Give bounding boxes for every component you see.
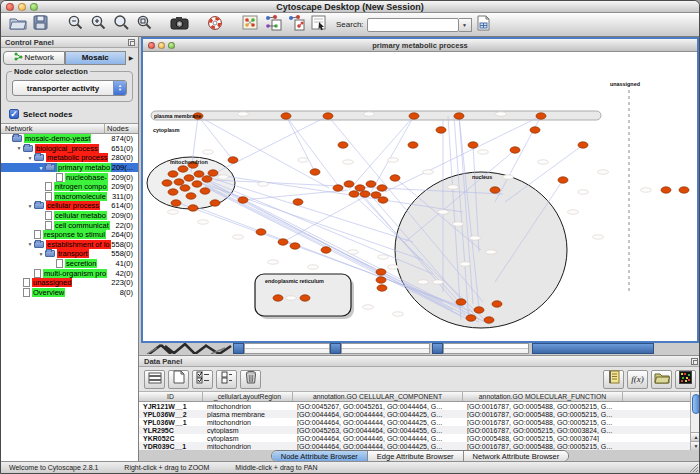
- tree-row[interactable]: nucleobase-209(0): [1, 172, 138, 182]
- copy-layout-button[interactable]: [261, 14, 284, 35]
- network-node[interactable]: [454, 113, 464, 119]
- network-node[interactable]: [188, 205, 198, 211]
- network-node[interactable]: [661, 187, 671, 193]
- network-window-titlebar[interactable]: primary metabolic process: [143, 39, 697, 52]
- search-input[interactable]: [367, 18, 459, 32]
- network-node[interactable]: [484, 317, 494, 323]
- column-header[interactable]: ID: [139, 392, 203, 401]
- network-node[interactable]: [390, 175, 400, 181]
- background-window-edge[interactable]: [432, 343, 443, 354]
- float-panel-icon[interactable]: [691, 358, 698, 365]
- network-node[interactable]: [536, 113, 546, 119]
- close-icon[interactable]: [6, 3, 14, 11]
- network-canvas[interactable]: plasma membrane cytoplasm mitochondrion …: [143, 52, 697, 341]
- network-node[interactable]: [162, 180, 172, 186]
- network-node[interactable]: [184, 175, 194, 181]
- table-row[interactable]: YJR121W__1mitochondrion[GO:0045267, GO:0…: [139, 402, 699, 410]
- table-row[interactable]: YPL036W__1mitochondrion[GO:0044464, GO:0…: [139, 418, 699, 426]
- tab-network-attribute-browser[interactable]: Network Attribute Browser: [464, 451, 569, 461]
- column-header[interactable]: annotation.GO MOLECULAR_FUNCTION: [463, 392, 623, 401]
- background-window-titlebar[interactable]: [532, 343, 654, 354]
- network-node[interactable]: [360, 191, 370, 197]
- network-node[interactable]: [466, 315, 476, 321]
- network-node[interactable]: [323, 113, 333, 119]
- import-attribute-file-button[interactable]: [651, 370, 672, 389]
- network-node[interactable]: [355, 185, 365, 191]
- network-node[interactable]: [256, 229, 266, 235]
- disclosure-triangle-icon[interactable]: ▼: [15, 145, 23, 151]
- network-node[interactable]: [293, 199, 303, 205]
- background-window-sliver[interactable]: [244, 343, 330, 354]
- network-node[interactable]: [349, 191, 359, 197]
- tree-row[interactable]: cellular metabo209(0): [1, 211, 138, 221]
- select-all-attributes-button[interactable]: [192, 370, 213, 389]
- copy-layout-2-button[interactable]: [284, 14, 307, 35]
- node-color-dropdown[interactable]: transporter activity ▲▼: [12, 80, 127, 96]
- select-nodes-checkbox[interactable]: ✓: [9, 109, 19, 119]
- network-node[interactable]: [192, 181, 202, 187]
- overview-button[interactable]: [238, 14, 261, 35]
- new-attribute-button[interactable]: [168, 370, 189, 389]
- delete-attribute-button[interactable]: [240, 370, 261, 389]
- disclosure-triangle-icon[interactable]: ▼: [26, 155, 34, 161]
- network-node[interactable]: [310, 169, 320, 175]
- formula-button[interactable]: f(x): [627, 370, 648, 389]
- zoom-out-button[interactable]: [64, 14, 87, 35]
- tree-row[interactable]: ▼establishment of lo558(0): [1, 240, 138, 250]
- network-node[interactable]: [490, 187, 500, 193]
- import-attributes-button[interactable]: [472, 14, 495, 35]
- tab-node-attribute-browser[interactable]: Node Attribute Browser: [272, 451, 368, 461]
- open-session-button[interactable]: [6, 14, 29, 35]
- disclosure-triangle-icon[interactable]: ▼: [26, 203, 34, 209]
- tree-row[interactable]: unassigned223(0): [1, 278, 138, 288]
- background-window-sliver[interactable]: [341, 343, 430, 354]
- network-node[interactable]: [194, 171, 204, 177]
- tree-row[interactable]: response to stimul264(0): [1, 230, 138, 240]
- network-node[interactable]: [278, 239, 288, 245]
- network-close-icon[interactable]: [148, 42, 155, 49]
- network-node[interactable]: [168, 189, 178, 195]
- network-node[interactable]: [200, 188, 210, 194]
- background-window-edge[interactable]: [233, 343, 244, 354]
- network-node[interactable]: [376, 269, 386, 275]
- scroll-up-icon[interactable]: ▲: [691, 432, 699, 441]
- network-node[interactable]: [492, 301, 502, 307]
- zoom-in-button[interactable]: [87, 14, 110, 35]
- zoom-window-icon[interactable]: [30, 3, 38, 11]
- network-node[interactable]: [510, 147, 520, 153]
- table-scrollbar[interactable]: ▲ ▼: [690, 392, 699, 450]
- tree-row[interactable]: ▼cellular process614(0): [1, 201, 138, 211]
- network-view-window[interactable]: primary metabolic process: [141, 37, 699, 343]
- network-node[interactable]: [281, 113, 291, 119]
- network-node[interactable]: [321, 247, 331, 253]
- network-node[interactable]: [344, 181, 354, 187]
- network-node[interactable]: [186, 193, 196, 199]
- network-node[interactable]: [530, 127, 540, 133]
- disclosure-triangle-icon[interactable]: ▼: [37, 251, 45, 257]
- network-node[interactable]: [228, 157, 238, 163]
- search-dropdown-button[interactable]: ▼: [459, 18, 472, 32]
- network-node[interactable]: [178, 166, 188, 172]
- tree-row[interactable]: secretion41(0): [1, 259, 138, 269]
- network-node[interactable]: [578, 142, 588, 148]
- zoom-fit-button[interactable]: [110, 14, 133, 35]
- tree-row[interactable]: multi-organism pro42(0): [1, 268, 138, 278]
- network-node[interactable]: [378, 197, 388, 203]
- tree-row[interactable]: ▼primary metabo209(...: [1, 163, 138, 173]
- network-node[interactable]: [376, 277, 386, 283]
- tree-row[interactable]: mosaic-demo-yeast874(0): [1, 134, 138, 144]
- network-node[interactable]: [377, 285, 387, 291]
- network-zoom-icon[interactable]: [168, 42, 175, 49]
- network-node[interactable]: [558, 177, 568, 183]
- resize-grip[interactable]: [688, 462, 698, 472]
- tree-row[interactable]: nitrogen compo209(0): [1, 182, 138, 192]
- tree-row[interactable]: Overview8(0): [1, 288, 138, 298]
- network-node[interactable]: [180, 185, 190, 191]
- table-row[interactable]: YLR295Ccytoplasm[GO:0045263, GO:0044464,…: [139, 426, 699, 434]
- network-node[interactable]: [171, 200, 181, 206]
- network-node[interactable]: [371, 192, 381, 198]
- tab-edge-attribute-browser[interactable]: Edge Attribute Browser: [368, 451, 464, 461]
- tab-network[interactable]: Network: [3, 51, 65, 65]
- scrollbar-thumb[interactable]: [692, 394, 699, 414]
- network-node[interactable]: [468, 142, 478, 148]
